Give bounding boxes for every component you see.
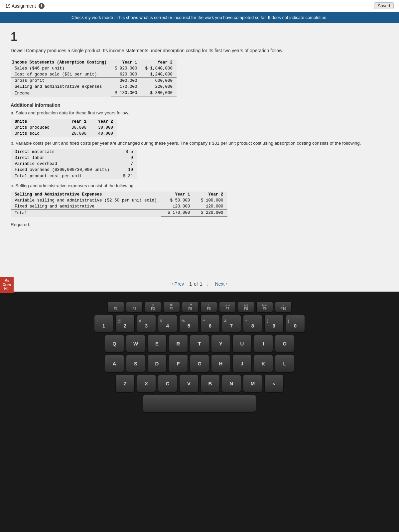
key-l[interactable]: L xyxy=(275,355,294,372)
selling-admin-table: Selling and Administrative Expenses Year… xyxy=(11,192,227,217)
key-r[interactable]: R xyxy=(169,335,188,352)
key-caret-6[interactable]: ^ 6 xyxy=(200,315,220,332)
prev-label: Prev xyxy=(175,281,184,287)
units-produced-y2: 30,000 xyxy=(90,125,117,131)
cost-fixed-oh-val: 10 xyxy=(117,167,137,173)
info-icon[interactable]: i xyxy=(39,3,45,9)
key-s[interactable]: S xyxy=(126,355,145,372)
key-t[interactable]: T xyxy=(190,335,209,352)
sga-y1: 170,000 xyxy=(111,84,141,90)
key-q[interactable]: Q xyxy=(105,335,124,352)
units-sold-label: Units sold xyxy=(11,131,64,137)
selling-yr1-header: Year 1 xyxy=(161,192,194,198)
key-amp-7[interactable]: & 7 xyxy=(222,315,241,332)
key-h[interactable]: H xyxy=(211,355,230,372)
units-produced-y1: 30,000 xyxy=(64,125,90,131)
cogs-y2: 1,240,000 xyxy=(141,71,177,78)
key-x[interactable]: X xyxy=(137,375,156,392)
row-gross-profit: Gross profit xyxy=(11,78,111,84)
part-c-label: c. Selling and administrative expenses c… xyxy=(11,183,388,188)
asdf-row: A S D F G H J K L xyxy=(105,355,294,372)
cost-direct-labor-label: Direct labor xyxy=(11,155,117,161)
key-u[interactable]: U xyxy=(232,335,252,352)
cost-fixed-oh-label: Fixed overhead ($300,000/30,000 units) xyxy=(11,167,117,173)
next-label: Next xyxy=(215,281,225,287)
current-page: 1 xyxy=(189,281,192,287)
key-f4[interactable]: 🔍 F4 xyxy=(163,302,180,312)
key-exclaim-1[interactable]: ! 1 xyxy=(94,315,113,332)
key-star-8[interactable]: * 8 xyxy=(243,315,262,332)
key-v[interactable]: V xyxy=(179,375,199,392)
cost-var-oh-val: 7 xyxy=(117,161,137,167)
key-w[interactable]: W xyxy=(126,335,145,352)
cost-var-oh-label: Variable overhead xyxy=(11,161,117,167)
key-f5[interactable]: 🎤 F5 xyxy=(182,302,199,312)
key-f1[interactable]: ☼ F1 xyxy=(107,302,124,312)
key-c[interactable]: C xyxy=(158,375,177,392)
key-b[interactable]: B xyxy=(200,375,220,392)
key-o[interactable]: O xyxy=(275,335,294,352)
question-number: 1 xyxy=(11,30,388,44)
key-at-2[interactable]: @ 2 xyxy=(115,315,135,332)
key-f9[interactable]: ▶▶ F9 xyxy=(256,302,273,312)
key-lt[interactable]: < xyxy=(264,375,284,392)
key-k[interactable]: K xyxy=(254,355,273,372)
key-f6[interactable]: ☾ F6 xyxy=(200,302,217,312)
row-income: Income xyxy=(11,90,111,97)
sales-y2: $ 1,840,000 xyxy=(141,66,177,71)
required-label: Required: xyxy=(11,222,388,227)
key-f[interactable]: F xyxy=(169,355,188,372)
next-button[interactable]: Next › xyxy=(215,281,227,287)
key-y[interactable]: Y xyxy=(211,335,230,352)
row-cogs: Cost of goods sold ($31 per unit) xyxy=(11,71,111,78)
fn-key-row: ☼ F1 ☼ F2 ⊞ F3 🔍 F4 🎤 F5 ☾ F6 xyxy=(107,302,292,312)
keyboard-area: ☼ F1 ☼ F2 ⊞ F3 🔍 F4 🎤 F5 ☾ F6 xyxy=(0,292,399,532)
row-sga: Selling and administrative expenses xyxy=(11,84,111,90)
units-yr1-header: Year 1 xyxy=(64,119,90,125)
units-col-header: Units xyxy=(11,119,64,125)
key-i[interactable]: I xyxy=(254,335,273,352)
key-rparen-0[interactable]: ) 0 xyxy=(286,315,305,332)
key-f7[interactable]: ◄◄ F7 xyxy=(219,302,236,312)
key-f10[interactable]: ◄ F10 xyxy=(275,302,292,312)
key-space[interactable] xyxy=(143,395,256,412)
page-indicator: 1 of 1 ⋮ xyxy=(189,281,209,287)
question-intro: Dowell Company produces a single product… xyxy=(11,47,388,54)
key-n[interactable]: N xyxy=(222,375,241,392)
check-my-work-banner: Check my work mode : This shows what is … xyxy=(0,12,399,23)
part-b-label: b. Variable costs per unit and fixed cos… xyxy=(11,141,388,146)
key-d[interactable]: D xyxy=(147,355,167,372)
sales-y1: $ 920,000 xyxy=(111,66,141,71)
selling-table-title: Selling and Administrative Expenses xyxy=(11,192,161,198)
key-dollar-4[interactable]: $ 4 xyxy=(158,315,177,332)
key-lparen-9[interactable]: ( 9 xyxy=(264,315,284,332)
key-hash-3[interactable]: # 3 xyxy=(137,315,156,332)
grid-icon[interactable]: ⋮ xyxy=(204,281,210,287)
key-z[interactable]: Z xyxy=(115,375,135,392)
main-content-area: 1 Dowell Company produces a single produ… xyxy=(0,23,399,276)
gross-y1: 300,000 xyxy=(111,78,141,84)
fixed-selling-label: Fixed selling and administrative xyxy=(11,203,161,210)
prev-button[interactable]: ‹ Prev xyxy=(172,281,184,287)
cost-total-label: Total product cost per unit xyxy=(11,173,117,180)
cost-direct-materials-label: Direct materials xyxy=(11,149,117,155)
key-m[interactable]: M xyxy=(243,375,262,392)
qwerty-row: Q W E R T Y U I O xyxy=(105,335,294,352)
total-selling-y2: $ 220,000 xyxy=(194,210,227,216)
key-e[interactable]: E xyxy=(147,335,167,352)
key-f2[interactable]: ☼ F2 xyxy=(126,302,143,312)
key-g[interactable]: G xyxy=(190,355,209,372)
brand-line3: Hill xyxy=(3,287,11,291)
var-selling-y2: $ 100,000 xyxy=(194,198,227,203)
key-j[interactable]: J xyxy=(232,355,252,372)
key-percent-5[interactable]: % 5 xyxy=(179,315,199,332)
assignment-label-area: 19 Assignment i xyxy=(5,3,45,9)
units-sold-y2: 40,000 xyxy=(90,131,117,137)
key-f8[interactable]: ▶|| F8 xyxy=(238,302,254,312)
total-selling-label: Total xyxy=(11,210,161,216)
col-year1: Year 1 xyxy=(111,60,141,66)
key-a[interactable]: A xyxy=(105,355,124,372)
key-f3[interactable]: ⊞ F3 xyxy=(145,302,161,312)
income-statement-table: Income Statements (Absorption Costing) Y… xyxy=(11,60,177,97)
space-row xyxy=(143,395,256,412)
